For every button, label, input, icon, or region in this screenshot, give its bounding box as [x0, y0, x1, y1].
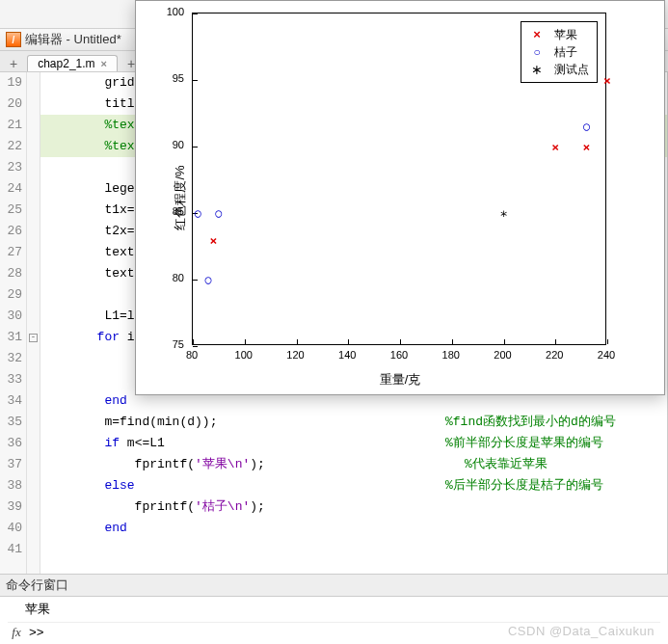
y-axis-label: 红色程度/% [172, 165, 189, 229]
code-line[interactable]: if m<=L1%前半部分长度是苹果的编号 [40, 433, 667, 454]
x-tick: 240 [597, 349, 616, 361]
data-point: × [551, 140, 559, 154]
command-window-title: 命令行窗口 [0, 574, 668, 597]
legend-label-1: 桔子 [554, 43, 577, 61]
x-tick: 80 [182, 349, 201, 361]
code-line[interactable]: end [40, 518, 667, 539]
y-tick: 95 [173, 72, 184, 84]
x-axis-label: 重量/克 [380, 371, 421, 389]
figure-window[interactable]: 红色程度/% ×苹果 ○桔子 ∗测试点 ××××○○○○∗ 重量/克 80100… [135, 0, 665, 395]
data-point: × [583, 140, 591, 154]
watermark: CSDN @Data_Caixukun [508, 624, 655, 638]
x-tick: 220 [545, 349, 564, 361]
code-line[interactable]: fprintf('苹果\n');%代表靠近苹果 [40, 454, 667, 475]
legend-label-0: 苹果 [554, 26, 577, 43]
tab-chap2-1[interactable]: chap2_1.m × [27, 55, 118, 71]
y-tick: 90 [173, 139, 184, 150]
command-output: 苹果 [8, 601, 660, 618]
code-line[interactable]: else%后半部分长度是桔子的编号 [40, 475, 667, 496]
data-point: ○ [205, 273, 212, 286]
code-line[interactable]: fprintf('桔子\n'); [40, 496, 667, 518]
x-tick: 180 [441, 349, 461, 361]
x-tick: 100 [234, 349, 254, 361]
data-point: ∗ [499, 205, 507, 221]
legend: ×苹果 ○桔子 ∗测试点 [521, 21, 598, 83]
new-tab-button[interactable]: + [4, 56, 23, 71]
data-point: ○ [215, 206, 222, 220]
legend-label-2: 测试点 [554, 61, 589, 78]
editor-title: 编辑器 - Untitled* [25, 31, 121, 48]
data-point: ○ [583, 120, 590, 133]
x-tick: 120 [286, 349, 306, 361]
data-point: × [603, 73, 611, 88]
y-tick: 85 [173, 205, 184, 217]
line-gutter: 1920212223242526272829303132333435363738… [0, 72, 27, 574]
plot-area: ×苹果 ○桔子 ∗测试点 ××××○○○○∗ [192, 13, 606, 345]
y-tick: 80 [173, 272, 184, 283]
y-tick: 100 [167, 6, 184, 17]
y-tick: 75 [173, 338, 184, 350]
fold-column[interactable]: - [27, 72, 40, 574]
legend-marker-apple: × [529, 26, 545, 43]
legend-marker-orange: ○ [529, 43, 545, 61]
command-prompt: >> [29, 626, 44, 640]
code-line[interactable] [40, 539, 667, 560]
fx-icon[interactable]: fx [8, 625, 25, 640]
close-icon[interactable]: × [101, 58, 107, 69]
tab-label: chap2_1.m [38, 57, 94, 70]
code-line[interactable]: m=find(min(d));%find函数找到最小的d的编号 [40, 412, 667, 433]
x-tick: 140 [337, 349, 357, 361]
x-tick: 200 [494, 349, 513, 361]
x-tick: 160 [389, 349, 409, 361]
data-point: × [210, 232, 218, 247]
editor-icon: / [6, 32, 21, 47]
legend-marker-test: ∗ [529, 61, 545, 78]
data-point: ○ [195, 206, 201, 220]
